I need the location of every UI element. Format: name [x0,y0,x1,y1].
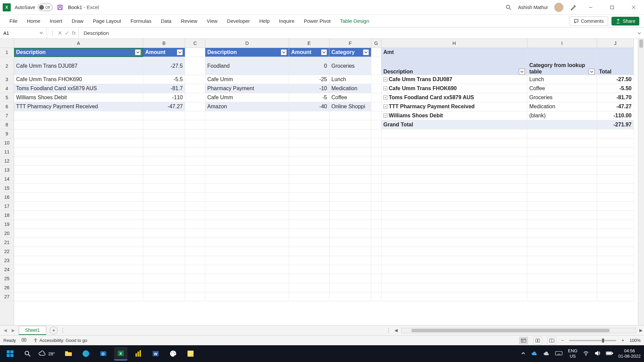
row-header-3[interactable]: 3 [0,75,14,84]
cell-d4[interactable]: Pharmacy Payment [205,84,289,93]
cell-a18[interactable] [14,211,143,220]
cell-c25[interactable] [185,274,205,283]
cell-h11[interactable] [381,147,527,157]
weather-widget[interactable]: 28° [38,350,55,358]
cell-b18[interactable] [143,211,185,220]
row-header-4[interactable]: 4 [0,84,14,93]
row-header-10[interactable]: 10 [0,138,14,147]
cell-a13[interactable] [14,166,143,175]
cell-e22[interactable] [289,247,329,256]
collapse-icon[interactable]: – [383,86,387,90]
cell-h15[interactable] [381,184,527,193]
column-header-I[interactable]: I [527,39,597,48]
sheet-prev-icon[interactable]: ◄ [3,327,8,334]
filter-dropdown-icon[interactable] [589,69,595,75]
cell-i14[interactable] [527,175,597,184]
cell-f25[interactable] [329,274,371,283]
cell-b20[interactable] [143,229,185,238]
column-header-D[interactable]: D [205,39,289,48]
cell-c21[interactable] [185,238,205,247]
cell-g17[interactable] [371,202,381,211]
cell-g1[interactable] [371,48,381,57]
cell-d12[interactable] [205,157,289,166]
cell-g20[interactable] [371,229,381,238]
cell-c23[interactable] [185,256,205,265]
cell-a10[interactable] [14,138,143,147]
cell-d17[interactable] [205,202,289,211]
hscroll-right-icon[interactable]: ► [638,327,644,334]
column-header-J[interactable]: J [597,39,634,48]
cell-c6[interactable] [185,102,205,111]
cell-e3[interactable]: -25 [289,75,329,84]
tray-chevron-icon[interactable] [521,351,526,357]
cell-d18[interactable] [205,211,289,220]
cell-g26[interactable] [371,283,381,292]
cell-a25[interactable] [14,274,143,283]
cell-j17[interactable] [597,202,634,211]
row-headers[interactable]: 1234567891011121314151617181920212223242… [0,48,14,325]
cell-i3[interactable]: Lunch [527,75,597,84]
zoom-out-button[interactable]: − [561,338,564,343]
cell-j16[interactable] [597,193,634,202]
cell-g7[interactable] [371,111,381,120]
cell-j23[interactable] [597,256,634,265]
zoom-level[interactable]: 100% [630,338,641,343]
close-button[interactable] [626,2,641,13]
cell-a1[interactable]: Description [14,48,143,57]
cell-e2[interactable]: 0 [289,57,329,75]
cell-c27[interactable] [185,292,205,301]
row-header-21[interactable]: 21 [0,238,14,247]
hscroll-left-icon[interactable]: ◄ [393,327,399,334]
cell-d2[interactable]: Foodland [205,57,289,75]
cell-j1[interactable] [597,48,634,57]
cell-h7[interactable]: –Williams Shoes Debit [381,111,527,120]
cell-c15[interactable] [185,184,205,193]
sheet-more-icon[interactable]: ⋮ [58,327,68,334]
cell-f11[interactable] [329,147,371,157]
cell-j7[interactable]: -110.00 [597,111,634,120]
cell-a22[interactable] [14,247,143,256]
cell-f21[interactable] [329,238,371,247]
cell-a14[interactable] [14,175,143,184]
cell-h19[interactable] [381,220,527,229]
cell-i26[interactable] [527,283,597,292]
cell-f9[interactable] [329,129,371,138]
cell-i16[interactable] [527,193,597,202]
cell-d26[interactable] [205,283,289,292]
collapse-icon[interactable]: – [383,114,387,118]
cell-f8[interactable] [329,120,371,129]
cell-f20[interactable] [329,229,371,238]
cell-a3[interactable]: Cafe Umm Trans FHOK690 [14,75,143,84]
cell-g19[interactable] [371,220,381,229]
autosave-control[interactable]: AutoSave Off [15,4,53,11]
row-header-14[interactable]: 14 [0,175,14,184]
cell-a27[interactable] [14,292,143,301]
cell-g8[interactable] [371,120,381,129]
cell-d9[interactable] [205,129,289,138]
cell-j2[interactable]: Total [597,57,634,75]
column-header-A[interactable]: A [14,39,143,48]
cell-i13[interactable] [527,166,597,175]
collapse-icon[interactable]: – [383,105,387,109]
maximize-button[interactable] [604,2,620,13]
cell-f24[interactable] [329,265,371,274]
cell-e25[interactable] [289,274,329,283]
cell-b7[interactable] [143,111,185,120]
cell-j13[interactable] [597,166,634,175]
cell-h2[interactable]: Description [381,57,527,75]
cell-e11[interactable] [289,147,329,157]
name-box[interactable]: A1 [0,27,47,39]
cell-e26[interactable] [289,283,329,292]
row-header-22[interactable]: 22 [0,247,14,256]
ribbon-tab-draw[interactable]: Draw [67,15,88,27]
page-layout-view-button[interactable] [533,337,542,344]
cell-b9[interactable] [143,129,185,138]
chevron-down-icon[interactable] [39,31,43,36]
cell-d19[interactable] [205,220,289,229]
row-header-9[interactable]: 9 [0,129,14,138]
language-indicator[interactable]: ENG US [568,348,577,359]
cell-i4[interactable]: Coffee [527,84,597,93]
cell-a9[interactable] [14,129,143,138]
column-header-H[interactable]: H [381,39,527,48]
select-all-corner[interactable] [0,39,14,48]
